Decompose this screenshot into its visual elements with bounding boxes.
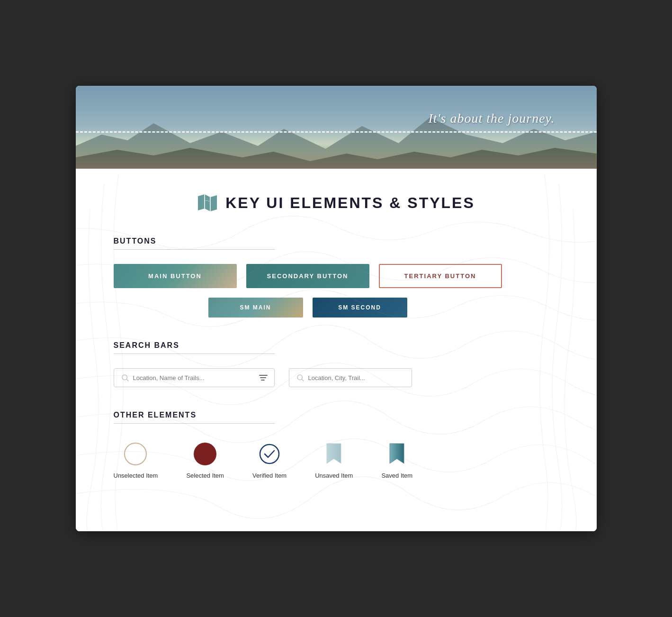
- unselected-item-label: Unselected Item: [114, 472, 158, 479]
- selected-item-label: Selected Item: [186, 472, 224, 479]
- other-elements-divider: [114, 423, 275, 424]
- verified-item-label: Verified Item: [252, 472, 287, 479]
- svg-point-7: [260, 445, 279, 463]
- page-title: KEY UI ELEMENTS & STYLES: [225, 194, 475, 212]
- tertiary-button[interactable]: TERTIARY BUTTON: [379, 264, 502, 288]
- svg-point-5: [297, 375, 303, 380]
- search-bars-section-title: SEARCH BARS: [114, 341, 559, 350]
- buttons-section: BUTTONS MAIN BUTTON SECONDARY BUTTON TER…: [114, 237, 559, 318]
- other-elements-section: OTHER ELEMENTS Unselected Item Selected …: [114, 411, 559, 479]
- search-bars-divider: [114, 354, 275, 354]
- hero-tagline: It's about the journey.: [429, 111, 555, 126]
- svg-line-6: [302, 379, 304, 381]
- page-title-row: KEY UI ELEMENTS & STYLES: [114, 192, 559, 213]
- buttons-divider: [114, 249, 275, 250]
- search-bars-section: SEARCH BARS: [114, 341, 559, 387]
- filter-icon[interactable]: [255, 375, 268, 381]
- content-area: KEY UI ELEMENTS & STYLES BUTTONS MAIN BU…: [76, 169, 597, 531]
- sm-second-button[interactable]: SM SECOND: [313, 298, 407, 318]
- verified-checkmark-icon[interactable]: [258, 443, 281, 465]
- unsaved-item: Unsaved Item: [315, 443, 353, 479]
- saved-item-label: Saved Item: [381, 472, 412, 479]
- selected-item: Selected Item: [186, 443, 224, 479]
- search-bars-row: [114, 368, 559, 387]
- map-icon: [197, 192, 218, 213]
- svg-line-4: [126, 379, 128, 381]
- secondary-search-input[interactable]: [308, 374, 405, 381]
- hero-banner: It's about the journey.: [76, 86, 597, 169]
- buttons-row-primary: MAIN BUTTON SECONDARY BUTTON TERTIARY BU…: [114, 264, 559, 288]
- main-button[interactable]: MAIN BUTTON: [114, 264, 237, 288]
- unsaved-bookmark-icon[interactable]: [325, 443, 343, 465]
- selected-circle-icon[interactable]: [194, 443, 216, 465]
- unselected-circle-icon[interactable]: [124, 443, 147, 465]
- svg-marker-0: [198, 194, 217, 211]
- dashed-trail-line: [76, 131, 597, 133]
- primary-search-input[interactable]: [133, 374, 255, 381]
- page-wrapper: It's about the journey.: [76, 86, 597, 531]
- filter-line-2: [260, 377, 266, 378]
- search-icon-secondary: [296, 373, 305, 382]
- other-elements-section-title: OTHER ELEMENTS: [114, 411, 559, 419]
- buttons-section-title: BUTTONS: [114, 237, 559, 245]
- sm-main-button[interactable]: SM MAIN: [208, 298, 303, 318]
- filter-line-3: [261, 380, 265, 381]
- primary-search-bar[interactable]: [114, 368, 275, 387]
- svg-point-3: [122, 375, 127, 380]
- filter-line-1: [259, 375, 268, 376]
- saved-item: Saved Item: [381, 443, 412, 479]
- unsaved-item-label: Unsaved Item: [315, 472, 353, 479]
- secondary-search-bar[interactable]: [289, 368, 412, 387]
- buttons-row-secondary: SM MAIN SM SECOND: [114, 298, 559, 318]
- saved-bookmark-icon[interactable]: [388, 443, 406, 465]
- hero-mountains-bg: [76, 86, 597, 169]
- verified-item: Verified Item: [252, 443, 287, 479]
- search-icon-primary: [121, 373, 129, 382]
- unselected-item: Unselected Item: [114, 443, 158, 479]
- other-elements-row: Unselected Item Selected Item Verified I…: [114, 438, 559, 479]
- secondary-button[interactable]: SECONDARY BUTTON: [246, 264, 369, 288]
